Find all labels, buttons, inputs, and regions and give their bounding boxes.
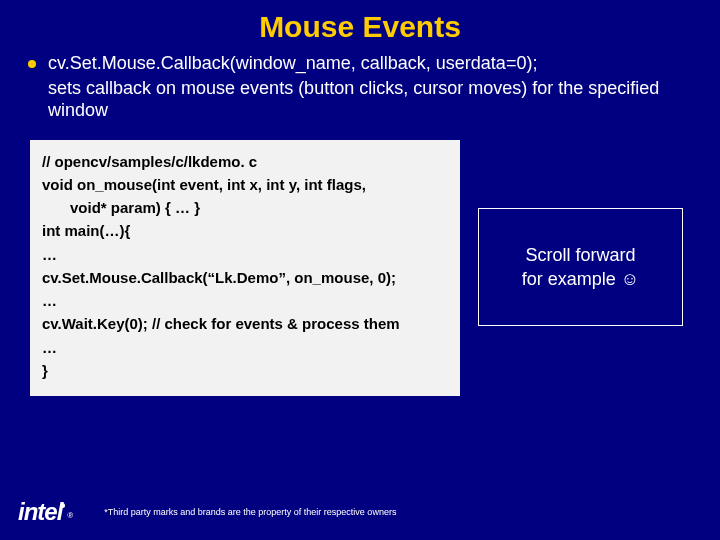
note-line: Scroll forward (487, 243, 674, 267)
code-line: … (42, 289, 448, 312)
code-line: } (42, 359, 448, 382)
code-line: … (42, 243, 448, 266)
code-sample: // opencv/samples/c/lkdemo. c void on_mo… (30, 140, 460, 397)
registered-mark: ® (67, 511, 72, 520)
bullet-text: cv.Set.Mouse.Callback(window_name, callb… (48, 52, 700, 122)
code-line: // opencv/samples/c/lkdemo. c (42, 150, 448, 173)
footnote-text: *Third party marks and brands are the pr… (104, 507, 396, 517)
code-line: int main(…){ (42, 219, 448, 242)
logo-text: intel (18, 498, 62, 525)
content-row: // opencv/samples/c/lkdemo. c void on_mo… (0, 122, 720, 397)
logo-dot-icon (60, 503, 65, 508)
code-line: void on_mouse(int event, int x, int y, i… (42, 173, 448, 196)
footer: intel® *Third party marks and brands are… (0, 498, 720, 526)
note-line: for example ☺ (487, 267, 674, 291)
function-signature: cv.Set.Mouse.Callback(window_name, callb… (48, 52, 700, 75)
function-description: sets callback on mouse events (button cl… (48, 77, 700, 122)
intel-logo: intel® (18, 498, 76, 526)
bullet-item: cv.Set.Mouse.Callback(window_name, callb… (0, 52, 720, 122)
note-box: Scroll forward for example ☺ (478, 208, 683, 327)
slide: Mouse Events cv.Set.Mouse.Callback(windo… (0, 0, 720, 540)
code-line: void* param) { … } (42, 196, 448, 219)
code-line: … (42, 336, 448, 359)
code-line: cv.Set.Mouse.Callback(“Lk.Demo”, on_mous… (42, 266, 448, 289)
bullet-icon (28, 60, 36, 68)
slide-title: Mouse Events (0, 10, 720, 44)
code-line: cv.Wait.Key(0); // check for events & pr… (42, 312, 448, 335)
